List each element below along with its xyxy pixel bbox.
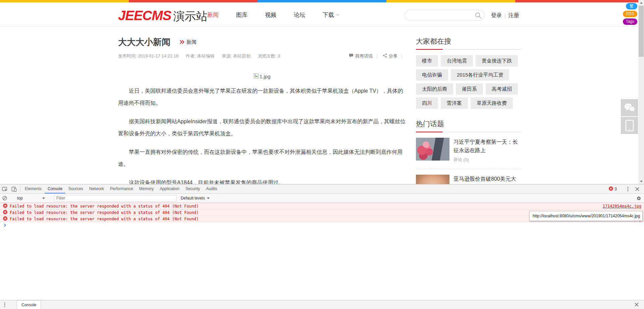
broken-image: 1.jpg [118,73,406,81]
page-scrollbar[interactable] [638,0,644,184]
devtools-tab-performance[interactable]: Performance [107,184,136,193]
topic-title[interactable]: 习近平宁夏考察第一天：长征永远在路上 [453,138,521,154]
inspect-icon[interactable] [0,184,9,193]
wechat-icon[interactable] [621,99,638,116]
topbar-segment [258,0,386,2]
error-icon [3,210,7,215]
scroll-down-arrow-icon[interactable] [638,179,644,184]
console-toolbar: top Default levels [0,194,644,203]
register-link[interactable]: 注册 [508,12,519,19]
more-menu-icon[interactable] [623,187,633,191]
tag-item[interactable]: 高考减招 [486,83,518,95]
mobile-icon[interactable] [621,117,638,134]
nav-item-news[interactable]: 新闻 [207,10,219,19]
search-input[interactable] [405,10,473,20]
traditional-chinese-badge[interactable]: 繁 [626,3,637,9]
tag-item[interactable]: 莆田系 [456,83,483,95]
console-prompt[interactable] [0,222,644,229]
meta-author: 作者: 本站编辑 [186,53,214,59]
nav-item-gallery[interactable]: 图库 [236,10,248,19]
topbar-segment [0,0,129,2]
devtools-tab-security[interactable]: Security [182,184,203,193]
tag-item[interactable]: 太阳的后裔 [416,83,453,95]
section-underline [416,49,521,50]
tag-item[interactable]: 2015各行业平均工资 [451,69,509,81]
breadcrumb-link-news[interactable]: 新闻 [186,39,197,45]
device-toolbar-icon[interactable] [9,184,19,193]
drawer-tab-console[interactable]: Console [17,300,41,309]
paragraph: 据美国科技新闻网站AppleInsider报道，联邦通信委员会的数据库中出现了这… [118,116,406,140]
error-icon [3,204,7,209]
close-drawer-icon[interactable] [632,303,641,307]
tag-item[interactable]: 雷洋案 [441,97,468,109]
auth-separator: | [504,13,506,18]
tag-item[interactable]: 四川 [416,97,438,109]
log-levels-selector[interactable]: Default levels [181,196,210,201]
topbar-segment [129,0,258,2]
devtools-tab-memory[interactable]: Memory [136,184,157,193]
logo-text-en: JEECMS [118,8,171,23]
comment-button[interactable]: 我有话说 [347,53,373,59]
error-counter[interactable]: 3 [609,186,617,192]
underline-accent [416,132,443,132]
nav-item-download[interactable]: 下载 [323,10,339,19]
error-source-link[interactable]: 17142054ms4c.jpg [602,204,641,209]
scrollbar-thumb[interactable] [639,6,644,57]
error-message: Failed to load resource: the server resp… [10,204,199,209]
clear-console-icon[interactable] [0,196,9,201]
paragraph: 这款设备使用的型号A1844，目前并未被苹果发售的商品使用过。 [118,177,406,184]
devtools-tab-sources[interactable]: Sources [65,184,86,193]
underline-accent [416,49,443,50]
tag-item[interactable]: 电信诈骗 [416,69,448,81]
console-filter-input[interactable] [54,195,177,202]
context-selector[interactable]: top [12,196,48,201]
topbar-segment [386,0,515,2]
hot-topics-title: 热门话题 [416,116,521,129]
devtools-tab-elements[interactable]: Elements [22,184,45,193]
topic-thumbnail[interactable] [416,138,449,161]
context-selector-value: top [17,196,23,201]
tag-item[interactable]: 台湾地震 [441,55,473,67]
scroll-up-arrow-icon[interactable] [638,0,644,5]
chevron-down-icon [207,197,210,199]
console-error-row: Failed to load resource: the server resp… [0,203,644,209]
devtools-panel: Elements Console Sources Network Perform… [0,184,644,309]
tag-item[interactable]: 黄金接连下跌 [476,55,518,67]
auth-links: 登录 | 注册 [491,12,519,19]
topic-thumbnail[interactable] [416,175,449,184]
hot-search-title: 大家都在搜 [416,34,521,46]
topic-item[interactable]: 亚马逊股价首破800美元大关 市值稳居全球上市... [416,175,521,184]
paragraph: 近日，美国联邦通信委员会意外曝光了苹果正在研发的一款新设备，其体积类似于苹果机顶… [118,85,406,109]
paragraph: 苹果一直拥有对外保密的传统，而在这款新设备中，苹果也要求不对外泄漏相关信息，因此… [118,146,406,170]
more-menu-icon[interactable] [0,302,9,307]
devtools-tab-console[interactable]: Console [45,184,65,193]
site-logo[interactable]: JEECMS演示站 [118,8,208,24]
close-icon[interactable] [633,187,642,191]
gear-icon[interactable] [636,196,641,201]
tag-item[interactable]: 草原天路收费 [471,97,513,109]
link-tooltip: http://localhost:8080/u/cms/www/201901/1… [529,211,643,221]
broken-image-alt-text: 1.jpg [260,74,271,79]
topbar-segment [515,0,644,2]
rss-badge[interactable]: RSS [623,11,637,17]
top-color-bar [0,0,644,2]
breadcrumb-arrow-icon [180,39,184,45]
tag-item[interactable]: 楼市 [416,55,438,67]
topic-item[interactable]: 习近平宁夏考察第一天：长征永远在路上 评论 (0) [416,138,521,163]
nav-item-forum[interactable]: 论坛 [294,10,305,19]
topic-title[interactable]: 亚马逊股价首破800美元大关 市值稳居全球上市... [453,175,521,184]
tags-badge[interactable]: Tags [623,18,637,25]
login-link[interactable]: 登录 [491,12,502,19]
devtools-tab-network[interactable]: Network [86,184,107,193]
search-icon[interactable] [473,10,484,20]
nav-item-video[interactable]: 视频 [265,10,276,19]
article-meta: 发布时间: 2019-01-17 14:21:16 作者: 本站编辑 来源: 本… [118,53,406,59]
toolbar-separator [20,186,20,192]
article: 大大大小新闻 新闻 发布时间: 2019-01-17 14:21:16 作者: … [118,34,406,184]
search-box [405,10,484,21]
devtools-tab-application[interactable]: Application [157,184,182,193]
error-icon [3,216,7,222]
share-button[interactable]: 分享 [381,53,397,59]
browser-page: JEECMS演示站 新闻 图库 视频 论坛 下载 登录 | 注册 繁 R [0,0,644,184]
devtools-tab-audits[interactable]: Audits [203,184,220,193]
